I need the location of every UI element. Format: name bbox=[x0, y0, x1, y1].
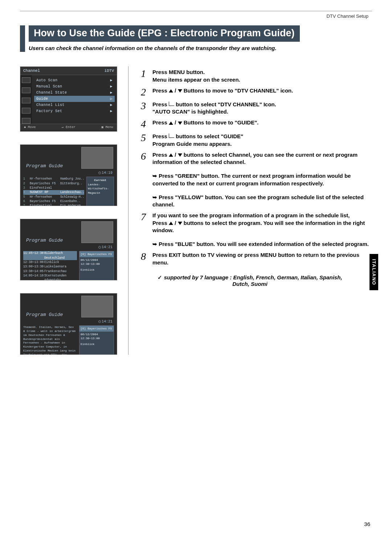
screenshots-column: Channel iDTV Auto Scan▶ Manual Scan▶ C bbox=[20, 66, 117, 355]
pg-thumbnail bbox=[81, 147, 113, 169]
hint-move: Move bbox=[28, 126, 36, 129]
menu-icon bbox=[22, 118, 30, 124]
step-5: 5 Press buttons to select "GUIDE" Progra… bbox=[139, 133, 372, 148]
up-icon bbox=[169, 122, 173, 125]
step-7: 7 If you want to see the program informa… bbox=[139, 212, 372, 248]
pg-thumbnail bbox=[81, 221, 113, 243]
pg-clock: 14:21 bbox=[102, 245, 113, 250]
vertical-rule bbox=[128, 66, 128, 355]
pg-info-box: [6] Bayerisches FS 06/12/2004 12:30~13:0… bbox=[79, 325, 114, 355]
step-number: 3 bbox=[139, 101, 147, 111]
pg-title: Program Guide bbox=[26, 163, 63, 169]
steps-column: 1 Press MENU button. Menu items appear o… bbox=[139, 66, 372, 355]
page-subtitle: Users can check the channel information … bbox=[29, 45, 372, 52]
page: DTV Channel Setup How to Use the Guide (… bbox=[0, 0, 392, 538]
pg-thumbnail bbox=[81, 296, 113, 317]
language-note: supported by 7 language : English, Frenc… bbox=[139, 271, 372, 290]
down-icon bbox=[178, 222, 182, 225]
step-text: Menu items appear on the screen. bbox=[152, 77, 240, 83]
step-number: 4 bbox=[139, 119, 147, 129]
menu-icon bbox=[22, 98, 30, 103]
menu-item: Channel List bbox=[36, 102, 65, 108]
pg-info-box: [6] Bayerisches FS 06/12/2004 12:30~13:0… bbox=[79, 251, 114, 280]
menu-item: Auto Scan bbox=[36, 77, 58, 83]
step-4: 4 Press / Buttons to move to "GUIDE". bbox=[139, 119, 372, 129]
section-header: DTV Channel Setup bbox=[20, 13, 372, 19]
screenshot-program-guide-1: Program Guide ⏲ 14:19 1Hr-fernsehenHambu… bbox=[20, 144, 117, 206]
menu-list: Auto Scan▶ Manual Scan▶ Channel State▶ G… bbox=[32, 75, 117, 124]
hint-menu: Menu bbox=[105, 126, 113, 129]
pg-channel-list: 1Hr-fernsehenHamburg Jou.. 2Bayerisches … bbox=[23, 177, 84, 206]
content-row: Channel iDTV Auto Scan▶ Manual Scan▶ C bbox=[20, 66, 372, 355]
down-icon bbox=[178, 153, 182, 157]
step-sub: Press "GREEN" button. The current or nex… bbox=[152, 172, 372, 187]
step-text: Press bbox=[152, 87, 169, 94]
menu-title: Channel bbox=[23, 69, 40, 73]
step-6: 6 Press / buttons to select Channel, you… bbox=[139, 151, 372, 209]
up-icon bbox=[169, 153, 173, 157]
pg-detail-text: ThemenH. Italien, Hermes, Sex & Crime - … bbox=[23, 325, 77, 355]
language-side-tab: ITALIANO bbox=[369, 254, 378, 290]
pg-title: Program Guide bbox=[26, 312, 63, 317]
pg-info-box: Current Landes-Wirtschafts-Magazin bbox=[86, 177, 114, 206]
pg-clock: 14:19 bbox=[102, 171, 113, 175]
step-number: 1 bbox=[139, 69, 147, 79]
up-icon bbox=[169, 89, 173, 93]
step-2: 2 Press / Buttons to move to "DTV CHANNE… bbox=[139, 87, 372, 97]
step-sub: Press "BLUE" button. You will see extend… bbox=[152, 241, 372, 248]
step-number: 8 bbox=[139, 251, 147, 262]
step-number: 6 bbox=[139, 151, 147, 161]
pg-clock: 14:21 bbox=[102, 320, 113, 324]
enter-icon bbox=[169, 134, 174, 138]
down-icon bbox=[178, 89, 182, 93]
step-text: Press MENU button. bbox=[152, 69, 205, 75]
up-icon bbox=[169, 222, 173, 225]
step-text: Press bbox=[152, 101, 169, 107]
enter-icon bbox=[169, 102, 174, 106]
step-number: 7 bbox=[139, 212, 147, 222]
menu-icon bbox=[22, 77, 30, 83]
menu-item: Manual Scan bbox=[36, 83, 62, 90]
screenshot-program-guide-3: Program Guide ⏲ 14:21 ThemenH. Italien, … bbox=[20, 293, 117, 355]
title-accent-bar bbox=[20, 25, 25, 52]
menu-item-selected: Guide bbox=[36, 96, 48, 102]
step-number: 2 bbox=[139, 87, 147, 97]
step-1: 1 Press MENU button. Menu items appear o… bbox=[139, 69, 372, 83]
title-row: How to Use the Guide (EPG : Electronic P… bbox=[20, 25, 372, 52]
menu-mode: iDTV bbox=[105, 69, 114, 73]
top-rule bbox=[20, 11, 372, 11]
menu-icon bbox=[22, 108, 30, 114]
pg-title: Program Guide bbox=[26, 238, 63, 243]
pg-schedule-list: 11:45~12:30Bilderbuch Deutschland 12:30~… bbox=[23, 251, 77, 280]
screenshot-program-guide-2: Program Guide ⏲ 14:21 11:45~12:30Bilderb… bbox=[20, 219, 117, 280]
down-icon bbox=[178, 122, 182, 125]
menu-icon bbox=[22, 87, 30, 93]
page-number: 36 bbox=[364, 521, 370, 527]
step-3: 3 Press button to select "DTV CHANNEL" I… bbox=[139, 101, 372, 116]
menu-item: Channel State bbox=[36, 90, 67, 96]
hint-enter: Enter bbox=[66, 126, 75, 129]
step-sub: Press "YELLOW" button. You can see the p… bbox=[152, 194, 372, 209]
step-text: Press EXIT button to TV viewing or press… bbox=[152, 252, 359, 265]
menu-icon-rail bbox=[20, 75, 32, 124]
screenshot-channel-menu: Channel iDTV Auto Scan▶ Manual Scan▶ C bbox=[20, 66, 117, 132]
step-number: 5 bbox=[139, 133, 147, 143]
step-8: 8 Press EXIT button to TV viewing or pre… bbox=[139, 251, 372, 266]
page-title: How to Use the Guide (EPG : Electronic P… bbox=[29, 25, 300, 42]
menu-item: Factory Set bbox=[36, 108, 62, 114]
